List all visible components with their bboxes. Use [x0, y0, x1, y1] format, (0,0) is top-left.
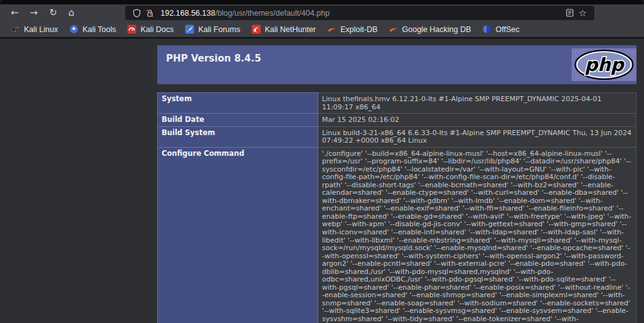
- kali-docs-icon: [127, 25, 136, 34]
- home-icon[interactable]: ⌂: [63, 7, 80, 19]
- url-domain: 192.168.56.138: [160, 9, 215, 18]
- table-row: Configure Command './configure' '--build…: [158, 147, 636, 323]
- bookmark-kali-nethunter[interactable]: Kali NetHunter: [247, 23, 320, 35]
- row-value-configure-command: './configure' '--build=x86_64-alpine-lin…: [318, 147, 636, 323]
- kali-linux-icon: [11, 25, 20, 34]
- back-icon[interactable]: ←: [5, 7, 25, 19]
- kali-tools-icon: [69, 25, 79, 34]
- bookmark-label: Exploit-DB: [340, 25, 377, 34]
- url-bar[interactable]: 192.168.56.138/blog/usr/themes/default/4…: [125, 6, 594, 20]
- kali-nethunter-icon: [252, 25, 261, 34]
- browser-viewport: PHP Version 8.4.5 php System Linux thefi…: [0, 37, 644, 323]
- insecure-lock-icon[interactable]: [146, 9, 154, 18]
- table-row: Build System Linux build-3-21-x86_64 6.6…: [158, 126, 636, 147]
- bookmark-google-hacking-db[interactable]: Google Hacking DB: [384, 23, 475, 35]
- bookmark-label: Kali Docs: [140, 25, 174, 34]
- url-text[interactable]: 192.168.56.138/blog/usr/themes/default/4…: [160, 9, 330, 18]
- bookmark-label: Kali Forums: [198, 25, 240, 34]
- google-hacking-db-icon: [389, 25, 398, 34]
- php-logo-text: php: [584, 54, 625, 75]
- bookmark-offsec[interactable]: OffSec: [478, 23, 524, 35]
- exploit-db-icon: [327, 25, 336, 34]
- row-value-build-date: Mar 15 2025 02:16:02: [318, 114, 636, 127]
- page-title: PHP Version 8.4.5: [166, 53, 628, 64]
- reader-mode-icon[interactable]: [566, 9, 574, 17]
- kali-forums-icon: [185, 25, 194, 34]
- phpinfo-table: System Linux thefinals.hmv 6.12.21-0-lts…: [157, 92, 636, 323]
- tracking-shield-icon[interactable]: [133, 9, 141, 18]
- bookmark-kali-forums[interactable]: Kali Forums: [180, 23, 245, 35]
- php-logo[interactable]: php: [572, 48, 636, 81]
- forward-icon[interactable]: →: [25, 7, 44, 19]
- table-row: Build Date Mar 15 2025 02:16:02: [158, 114, 636, 127]
- url-path: /blog/usr/themes/default/404.php: [215, 9, 330, 18]
- bookmark-star-icon[interactable]: ☆: [579, 8, 587, 19]
- row-value-build-system: Linux build-3-21-x86_64 6.6.33-0-lts #1-…: [318, 126, 636, 147]
- reload-icon[interactable]: ↻: [43, 7, 63, 19]
- window-top-edge: [0, 0, 644, 4]
- bookmark-label: Kali NetHunter: [265, 25, 316, 34]
- navigation-toolbar: ← → ↻ ⌂ 192.168.56.138/blog/usr/themes/d…: [0, 4, 644, 21]
- bookmarks-toolbar: Kali Linux Kali Tools Kali Docs Kali For…: [0, 21, 644, 37]
- bookmark-label: Kali Linux: [24, 25, 58, 34]
- offsec-icon: [482, 25, 492, 34]
- phpinfo-page: PHP Version 8.4.5 php System Linux thefi…: [157, 45, 636, 323]
- phpinfo-header: PHP Version 8.4.5 php: [157, 45, 636, 84]
- bookmark-kali-tools[interactable]: Kali Tools: [65, 23, 120, 35]
- bookmark-label: Google Hacking DB: [402, 25, 471, 34]
- bookmark-label: Kali Tools: [82, 25, 116, 34]
- bookmark-label: OffSec: [496, 25, 519, 34]
- row-value-system: Linux thefinals.hmv 6.12.21-0-lts #1-Alp…: [318, 93, 636, 114]
- row-label-configure-command: Configure Command: [158, 147, 318, 323]
- table-row: System Linux thefinals.hmv 6.12.21-0-lts…: [158, 93, 636, 114]
- row-label-system: System: [158, 93, 318, 114]
- bookmark-exploit-db[interactable]: Exploit-DB: [323, 23, 382, 35]
- row-label-build-date: Build Date: [158, 114, 318, 127]
- bookmark-kali-linux[interactable]: Kali Linux: [6, 23, 62, 35]
- bookmark-kali-docs[interactable]: Kali Docs: [123, 23, 178, 35]
- row-label-build-system: Build System: [158, 126, 318, 147]
